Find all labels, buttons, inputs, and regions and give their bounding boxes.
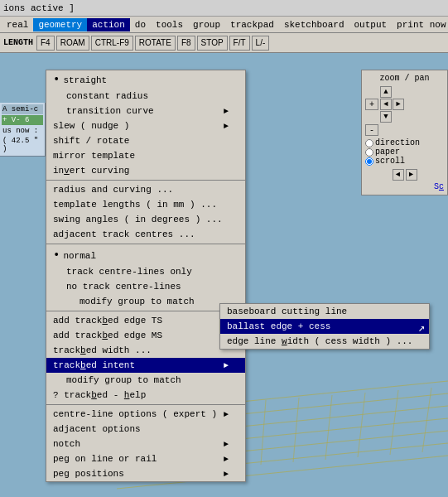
menu-item-notch[interactable]: notch ► [46, 437, 245, 451]
scroll-link[interactable]: Sc [365, 182, 444, 191]
rotate-button[interactable]: ROTATE [135, 36, 176, 51]
menu-item-peg-on-line[interactable]: peg on line or rail ► [46, 451, 245, 466]
invert-curving-label: invert curving [53, 166, 129, 176]
mirror-template-label: mirror template [53, 151, 135, 161]
arrow-trackbed-intent: ► [224, 361, 229, 370]
menu-item-template-lengths[interactable]: template lengths ( in mm ) ... [46, 197, 245, 212]
normal-label: normal [63, 251, 96, 261]
svg-line-12 [293, 398, 299, 462]
ft-button[interactable]: F/T [229, 36, 250, 51]
menu-item-radius-curving[interactable]: radius and curving ... [46, 182, 245, 197]
template-lengths-label: template lengths ( in mm ) ... [53, 200, 217, 210]
roam-button[interactable]: ROAM [56, 36, 89, 51]
menubar-item-group[interactable]: group [188, 18, 225, 31]
submenu-ballast-edge[interactable]: ballast edge + cess ↗ [220, 319, 429, 334]
direction-radio-label[interactable]: direction [365, 138, 444, 147]
radius-curving-label: radius and curving ... [53, 185, 173, 195]
pan-up-button[interactable]: ▲ [380, 86, 392, 98]
direction-radio[interactable] [365, 139, 373, 147]
svg-line-15 [390, 390, 398, 455]
zoom-in-button[interactable]: + [365, 99, 378, 110]
f4-button[interactable]: F4 [36, 36, 55, 51]
straight-label: straight [63, 75, 107, 85]
menubar-item-output[interactable]: output [349, 18, 393, 31]
top-bar: ions active ] [0, 0, 448, 17]
scroll-right-button[interactable]: ► [406, 169, 417, 181]
menu-item-straight[interactable]: •straight [46, 70, 245, 89]
submenu-baseboard-cutting[interactable]: baseboard cutting line [220, 304, 429, 319]
centre-line-options-label: centre-line options ( expert ) [53, 409, 217, 419]
arrow-centre-line: ► [224, 410, 229, 419]
menu-item-adjacent-options[interactable]: adjacent options [46, 422, 245, 437]
trackbed-intent-label: trackbed intent [53, 360, 135, 370]
menubar-item-do[interactable]: do [130, 18, 151, 31]
arrow-peg-positions: ► [224, 470, 229, 479]
menu-item-constant-radius[interactable]: constant radius [46, 89, 245, 104]
paper-radio[interactable] [365, 148, 373, 157]
menu-item-trackbed-intent[interactable]: trackbed intent ► [46, 358, 245, 373]
menu-item-slew[interactable]: slew ( nudge ) ► [46, 118, 245, 133]
scroll-radio[interactable] [365, 157, 373, 166]
zoom-panel: zoom / pan + ▲ ◄ ► ▼ - direction paper [361, 70, 448, 195]
scroll-left-button[interactable]: ◄ [393, 169, 404, 181]
l-minus-button[interactable]: L/- [252, 36, 270, 51]
v-label[interactable]: + V- 6 [2, 115, 43, 125]
toolbar: LENGTH F4 ROAM CTRL-F9 ROTATE F8 STOP F/… [0, 33, 448, 53]
menu-item-swing-angles[interactable]: swing angles ( in degrees ) ... [46, 212, 245, 227]
menubar-item-action[interactable]: action [87, 18, 130, 31]
svg-line-13 [325, 395, 332, 460]
pan-left-button[interactable]: ◄ [380, 99, 392, 110]
baseboard-cutting-label: baseboard cutting line [227, 306, 347, 316]
edge-line-width-label: edge line width ( cess width ) ... [227, 336, 412, 346]
pan-down-button[interactable]: ▼ [380, 111, 392, 123]
menubar-item-print[interactable]: print now! [392, 18, 448, 31]
svg-line-11 [261, 400, 266, 465]
top-bar-text: ions active ] [3, 3, 75, 13]
peg-on-line-label: peg on line or rail [53, 454, 157, 464]
pan-right-button[interactable]: ► [393, 99, 404, 110]
menu-item-transition-curve[interactable]: transition curve ► [46, 104, 245, 118]
menu-item-add-trackbed-ts[interactable]: add trackbed edge TS [46, 313, 245, 328]
no-track-centre-label: no track centre-lines [53, 282, 181, 292]
divider-4 [46, 404, 245, 405]
arrow-slew: ► [224, 122, 229, 131]
cursor-arrow: ↗ [418, 321, 425, 335]
scroll-radio-label[interactable]: scroll [365, 157, 444, 166]
divider-3 [46, 311, 245, 311]
menubar-item-geometry[interactable]: geometry [33, 18, 87, 31]
menubar-item-sketchboard[interactable]: sketchboard [279, 18, 349, 31]
menu-item-no-track-centre[interactable]: no track centre-lines [46, 279, 245, 294]
menubar-item-tools[interactable]: tools [151, 18, 188, 31]
submenu-edge-line-width[interactable]: edge line width ( cess width ) ... [220, 334, 429, 349]
menu-item-track-centre-lines[interactable]: track centre-lines only [46, 264, 245, 279]
bullet-normal: • [53, 248, 60, 262]
menu-item-shift-rotate[interactable]: shift / rotate [46, 133, 245, 148]
menu-item-adjacent-track[interactable]: adjacent track centres ... [46, 227, 245, 242]
ctrl-f9-button[interactable]: CTRL-F9 [91, 36, 133, 51]
menu-item-trackbed-help[interactable]: ? trackbed - help [46, 388, 245, 403]
menu-item-modify-group-1[interactable]: modify group to match [46, 294, 245, 309]
geometry-menu: •straight constant radius transition cur… [46, 70, 246, 482]
menu-item-modify-group-2[interactable]: modify group to match [46, 373, 245, 388]
menu-item-normal[interactable]: •normal [46, 246, 245, 264]
menu-item-add-trackbed-ms[interactable]: add trackbed edge MS [46, 328, 245, 343]
menu-item-mirror-template[interactable]: mirror template [46, 148, 245, 163]
paper-radio-label[interactable]: paper [365, 147, 444, 157]
adjacent-track-label: adjacent track centres ... [53, 229, 195, 239]
menu-item-centre-line-options[interactable]: centre-line options ( expert ) ► [46, 407, 245, 422]
f8-button[interactable]: F8 [177, 36, 195, 51]
track-centre-lines-label: track centre-lines only [53, 267, 192, 277]
transition-curve-label: transition curve [53, 106, 154, 116]
menubar-item-real[interactable]: real [2, 18, 33, 31]
divider-1 [46, 180, 245, 181]
menu-item-trackbed-width[interactable]: trackbed width ... [46, 343, 245, 358]
swing-angles-label: swing angles ( in degrees ) ... [53, 215, 223, 224]
trackbed-width-label: trackbed width ... [53, 345, 152, 355]
divider-2 [46, 244, 245, 244]
zoom-out-button[interactable]: - [365, 124, 378, 136]
menu-item-peg-positions[interactable]: peg positions ► [46, 466, 245, 481]
menubar-item-trackpad[interactable]: trackpad [225, 18, 279, 31]
menu-bar: real geometry action do tools group trac… [0, 17, 448, 33]
menu-item-invert-curving[interactable]: invert curving [46, 163, 245, 178]
stop-button[interactable]: STOP [197, 36, 228, 51]
